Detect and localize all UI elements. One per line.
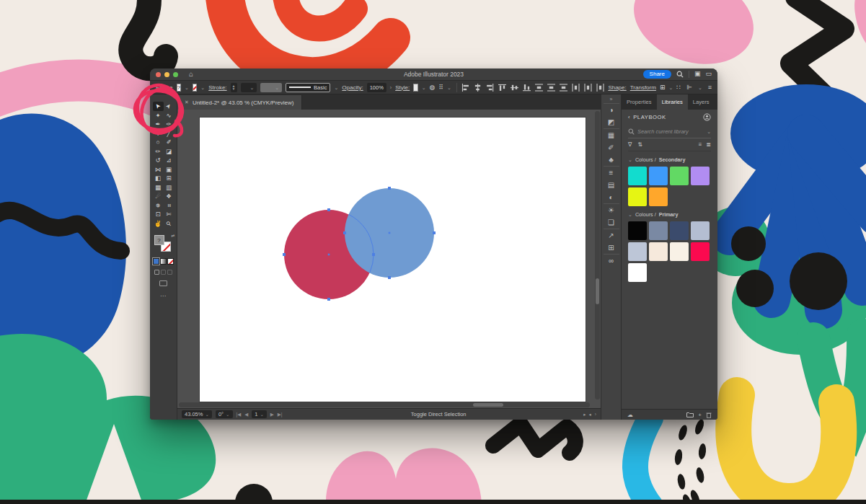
swatch[interactable] [691,221,710,240]
pencil-tool[interactable]: ✏ [153,147,164,156]
minimize-window-button[interactable] [164,72,169,77]
draw-behind-icon[interactable] [161,270,166,275]
fill-color-chip[interactable]: ? [177,84,181,92]
filter-icon[interactable]: ∇ [628,141,632,148]
style-chip[interactable] [413,84,417,92]
vertical-scrollbar[interactable] [595,111,600,399]
horizontal-scrollbar-thumb[interactable] [473,403,503,407]
blend-tool[interactable]: ❖ [164,192,174,201]
add-item-icon[interactable]: + [698,412,702,418]
swatch[interactable] [670,242,689,261]
style-chevron-icon[interactable]: ⌄ [422,85,426,90]
library-search[interactable]: Search current library ⌄ [628,125,711,138]
home-icon[interactable]: ⌂ [189,71,193,78]
hint-next-icon[interactable]: ▸ [583,412,586,417]
zoom-chevron-icon[interactable]: ⌄ [205,412,208,417]
swatch[interactable] [628,242,647,261]
distribute-horizontal-center-icon[interactable] [584,84,592,92]
snap-chevron-icon[interactable]: ⌄ [698,85,702,90]
paintbrush-tool[interactable]: ✐ [164,138,174,147]
swatch[interactable] [691,167,710,185]
width-tool[interactable]: ⋈ [153,165,164,174]
previous-artboard-icon[interactable]: ◀ [244,412,248,417]
artboard-chevron-icon[interactable]: ⌄ [260,412,263,417]
brush-definition-dropdown[interactable]: Basic [286,83,330,92]
close-window-button[interactable] [156,72,161,77]
tab-close-icon[interactable]: ✕ [185,100,189,105]
graphic-styles-icon[interactable]: ❏ [608,219,614,226]
distribute-top-icon[interactable] [535,84,543,92]
swatch[interactable] [691,242,710,261]
vertical-scrollbar-thumb[interactable] [596,278,599,304]
tab-properties[interactable]: Properties [622,94,657,110]
swatch[interactable] [649,167,668,185]
lasso-tool[interactable]: ∿ [164,111,174,120]
rotate-tool[interactable]: ↺ [153,156,164,165]
gradient-tool[interactable]: ▥ [164,183,174,193]
direct-selection-tool[interactable]: ➤ [164,102,174,111]
section-colours-primary[interactable]: ⌄ Colours / Primary [628,211,711,218]
brush-chevron-icon[interactable]: ⌄ [334,85,338,90]
new-group-folder-icon[interactable] [686,412,694,417]
curvature-tool[interactable]: ✑ [164,120,174,129]
ellipse-tool[interactable]: ○ [153,138,164,147]
opacity-field[interactable]: 100% [367,83,386,92]
transform-label[interactable]: Transform [630,84,656,91]
align-right-icon[interactable] [486,84,494,92]
first-artboard-icon[interactable]: |◀ [237,412,242,417]
export-icon[interactable]: ↗ [608,232,614,239]
edit-toolbar-button[interactable]: ⋯ [160,293,167,299]
symbol-sprayer-tool[interactable]: ✵ [153,201,164,211]
swatches-icon[interactable]: ▦ [608,132,614,139]
gradient-button[interactable] [160,258,167,265]
opacity-label[interactable]: Opacity: [342,84,363,91]
color-button[interactable] [153,258,159,265]
account-icon[interactable] [703,113,711,121]
scale-tool[interactable]: ⊿ [164,156,174,165]
appearance-icon[interactable]: ☀ [608,207,614,214]
isolate-selection-icon[interactable]: ⊞ [660,84,666,91]
shape-label[interactable]: Shape: [608,84,626,91]
align-horizontal-center-icon[interactable] [474,84,482,92]
share-button[interactable]: Share [643,70,671,79]
recolor-artwork-icon[interactable]: ◍ [430,84,436,91]
screen-mode-button[interactable] [159,280,167,286]
opacity-more-icon[interactable]: › [390,85,392,90]
symbols-icon[interactable]: ♣ [609,156,614,164]
align-vertical-center-icon[interactable] [511,84,518,92]
hand-tool[interactable]: ✌ [153,219,164,229]
swatch[interactable] [649,221,668,240]
selection-tool[interactable]: ➤ [153,102,164,111]
align-top-icon[interactable] [498,84,506,92]
document-tab[interactable]: ✕ Untitled-2* @ 43.05 % (CMYK/Preview) [177,95,302,110]
fill-stroke-indicator[interactable]: ⇄ ? [154,235,173,254]
swatch[interactable] [649,187,668,206]
draw-normal-icon[interactable] [154,270,159,275]
transparency-icon[interactable]: ◐ [609,194,613,201]
distribute-right-icon[interactable] [596,84,604,92]
gradient-panel-icon[interactable]: ▤ [608,182,614,189]
delete-icon[interactable] [706,412,712,418]
none-button[interactable] [167,258,174,265]
stroke-label[interactable]: Stroke: [208,84,226,91]
search-icon[interactable] [676,71,684,78]
hint-prev-icon[interactable]: ◂ [589,412,591,417]
swatch[interactable] [628,263,647,282]
next-artboard-icon[interactable]: ▶ [270,412,274,417]
cloud-sync-icon[interactable]: ☁ [627,412,633,418]
swatch[interactable] [628,187,647,206]
swatch[interactable] [628,221,647,240]
select-similar-icon[interactable]: ∷ [676,84,681,91]
zoom-level-field[interactable]: 43.05% ⌄ [182,410,212,418]
swatch[interactable] [670,167,689,185]
line-segment-tool[interactable]: ╱ [164,129,174,138]
snap-options-icon[interactable]: ⊩ [686,84,692,91]
swap-fill-stroke-icon[interactable]: ⇄ [171,233,174,238]
tab-layers[interactable]: Layers [688,94,715,110]
arrange-documents-icon[interactable]: ▭ [705,71,712,77]
free-transform-tool[interactable]: ▣ [164,165,174,174]
rotation-chevron-icon[interactable]: ⌄ [226,412,229,417]
style-label[interactable]: Style: [395,84,410,91]
last-artboard-icon[interactable]: ▶| [278,412,283,417]
align-to-selection-icon[interactable]: ⠿ [438,84,443,91]
